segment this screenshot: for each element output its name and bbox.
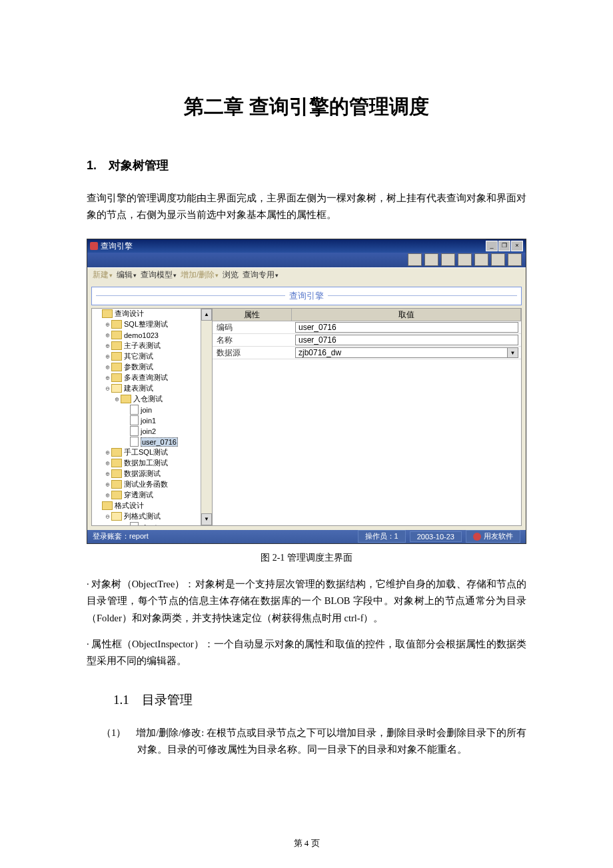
folder-icon — [111, 480, 122, 489]
tree-scrollbar[interactable]: ▲ ▼ — [201, 309, 212, 525]
property-header: 属性 取值 — [213, 309, 521, 321]
tree-twisty-icon[interactable]: ⊕ — [104, 363, 111, 371]
property-value-input[interactable]: user_0716 — [295, 335, 518, 345]
tree-node[interactable]: ⊕SQL整理测试 — [92, 319, 212, 330]
tree-node-label: 列格式测试 — [124, 511, 161, 521]
toolbar-icon[interactable] — [441, 253, 455, 266]
folder-icon — [111, 320, 122, 329]
tree-node[interactable]: user_0716 — [92, 437, 212, 447]
tree-node[interactable]: chart_r — [92, 522, 212, 525]
status-date: 2003-10-23 — [410, 531, 462, 542]
tree-node[interactable]: ⊕demo1023 — [92, 330, 212, 341]
app-icon — [90, 242, 98, 250]
menu-browse[interactable]: 浏览 — [223, 269, 239, 281]
property-value-input[interactable]: zjb0716_dw▼ — [295, 347, 518, 358]
tree-node[interactable]: ⊕测试业务函数 — [92, 479, 212, 490]
tree-twisty-icon[interactable]: ⊕ — [104, 342, 111, 349]
tree-twisty-icon[interactable]: ⊕ — [104, 491, 111, 499]
tree-twisty-icon[interactable]: ⊕ — [104, 470, 111, 477]
chapter-title: 第二章 查询引擎的管理调度 — [87, 93, 526, 121]
property-label: 编码 — [213, 321, 295, 333]
tree-twisty-icon[interactable]: ⊕ — [104, 321, 111, 328]
maximize-button[interactable]: ❐ — [498, 241, 510, 251]
figure-caption: 图 2-1 管理调度主界面 — [87, 552, 526, 564]
menu-query-model[interactable]: 查询模型▾ — [141, 269, 177, 281]
tree-node[interactable]: ⊕穿透测试 — [92, 490, 212, 501]
tree-node[interactable]: ⊕多表查询测试 — [92, 373, 212, 383]
folder-icon — [111, 363, 122, 371]
tree-twisty-icon[interactable]: ⊖ — [104, 513, 111, 520]
file-icon — [130, 522, 139, 525]
tree-node-label: 格式设计 — [115, 501, 144, 511]
tree-node-label: 测试业务函数 — [124, 479, 168, 489]
tree-node[interactable]: ⊕入仓测试 — [92, 394, 212, 405]
prop-col-name: 属性 — [213, 309, 292, 321]
tree-twisty-icon[interactable]: ⊕ — [104, 481, 111, 488]
property-label: 名称 — [213, 334, 295, 346]
property-panel: 属性 取值 编码user_0716名称user_0716数据源zjb0716_d… — [213, 309, 521, 525]
tree-twisty-icon[interactable]: ⊖ — [104, 385, 111, 392]
tree-node[interactable]: 格式设计 — [92, 501, 212, 511]
folder-icon — [111, 373, 122, 382]
menubar: 新建▾ 编辑▾ 查询模型▾ 增加/删除▾ 浏览 查询专用▾ — [87, 267, 526, 283]
tree-node[interactable]: join1 — [92, 415, 212, 426]
tree-node-label: 数据源测试 — [124, 469, 161, 479]
object-tree[interactable]: 查询设计⊕SQL整理测试⊕demo1023⊕主子表测试⊕其它测试⊕参数测试⊕多表… — [92, 309, 213, 525]
toolbar-icon[interactable] — [474, 253, 488, 266]
tree-twisty-icon[interactable]: ⊕ — [113, 395, 121, 403]
tree-twisty-icon[interactable]: ⊕ — [104, 353, 111, 360]
tree-node-label: 主子表测试 — [124, 341, 161, 351]
menu-query-special[interactable]: 查询专用▾ — [243, 269, 279, 281]
property-label: 数据源 — [213, 347, 295, 359]
tree-node-label: join2 — [141, 427, 156, 435]
prop-col-value: 取值 — [292, 309, 521, 321]
toolbar-icon[interactable] — [491, 253, 505, 266]
tree-node-label: join — [141, 406, 152, 414]
tree-node[interactable]: ⊖建表测试 — [92, 383, 212, 394]
tree-node[interactable]: join2 — [92, 426, 212, 437]
tree-node-label: 建表测试 — [124, 383, 153, 393]
tree-node-label: 参数测试 — [124, 362, 153, 372]
tree-twisty-icon[interactable]: ⊕ — [104, 459, 111, 467]
tree-twisty-icon[interactable]: ⊕ — [104, 374, 111, 381]
property-row: 数据源zjb0716_dw▼ — [213, 347, 521, 359]
tree-node[interactable]: ⊕数据源测试 — [92, 469, 212, 479]
toolbar-icon[interactable] — [424, 253, 438, 266]
tree-node[interactable]: ⊕参数测试 — [92, 362, 212, 373]
dropdown-icon[interactable]: ▼ — [507, 348, 518, 357]
status-operator: 操作员：1 — [358, 530, 406, 543]
tree-node[interactable]: ⊕数据加工测试 — [92, 458, 212, 469]
tree-twisty-icon[interactable]: ⊕ — [104, 331, 111, 339]
menu-edit[interactable]: 编辑▾ — [117, 269, 137, 281]
tree-node-label: demo1023 — [124, 331, 159, 339]
toolbar-icon[interactable] — [458, 253, 472, 266]
folder-icon — [111, 448, 122, 457]
tree-node[interactable]: ⊕其它测试 — [92, 351, 212, 362]
menu-add-delete[interactable]: 增加/删除▾ — [181, 269, 219, 281]
tree-node-label: chart_r — [141, 523, 163, 525]
close-button[interactable]: × — [511, 241, 523, 251]
scroll-up-icon[interactable]: ▲ — [201, 309, 212, 321]
tree-node[interactable]: ⊖列格式测试 — [92, 511, 212, 522]
toolbar-icon[interactable] — [508, 253, 522, 266]
file-icon — [130, 437, 139, 447]
property-value-input[interactable]: user_0716 — [295, 322, 518, 333]
banner-label: 查询引擎 — [289, 290, 324, 302]
window-titlebar[interactable]: 查询引擎 _ ❐ × — [87, 239, 526, 253]
minimize-button[interactable]: _ — [486, 241, 498, 251]
tree-node-label: 多表查询测试 — [124, 373, 168, 383]
tree-node[interactable]: join — [92, 405, 212, 415]
tree-twisty-icon[interactable]: ⊕ — [104, 449, 111, 456]
tree-node-label: 查询设计 — [115, 309, 144, 319]
tree-node[interactable]: ⊕主子表测试 — [92, 341, 212, 351]
folder-icon — [111, 352, 122, 361]
tree-node[interactable]: ⊕手工SQL测试 — [92, 447, 212, 458]
objectinspector-paragraph: · 属性框（ObjectInspector）：一个自动显示对象的属性和取值的控件… — [87, 636, 526, 670]
tree-node[interactable]: 查询设计 — [92, 309, 212, 319]
tree-node-label: join1 — [141, 417, 156, 425]
scroll-down-icon[interactable]: ▼ — [201, 513, 212, 525]
menu-new[interactable]: 新建▾ — [93, 269, 113, 281]
toolbar-icon[interactable] — [408, 253, 422, 266]
tree-node-label: 入仓测试 — [133, 394, 163, 404]
status-brand: 用友软件 — [466, 530, 520, 543]
